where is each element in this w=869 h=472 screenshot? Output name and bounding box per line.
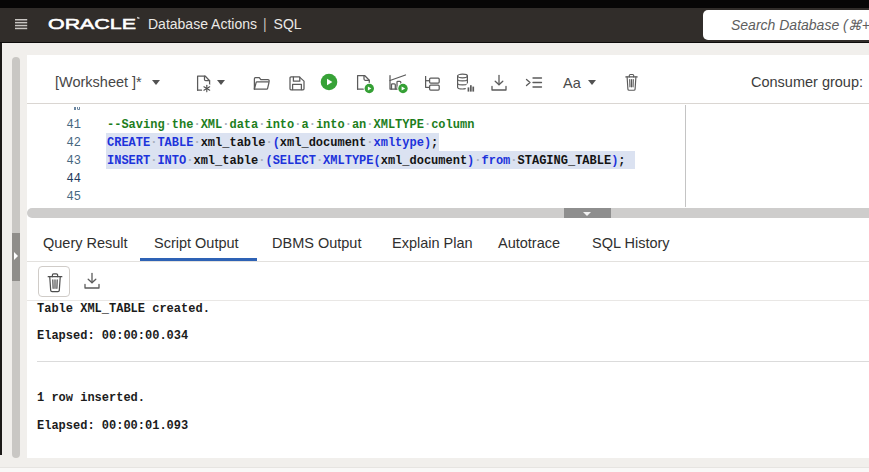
svg-text:ORACLE: ORACLE [48, 15, 136, 32]
